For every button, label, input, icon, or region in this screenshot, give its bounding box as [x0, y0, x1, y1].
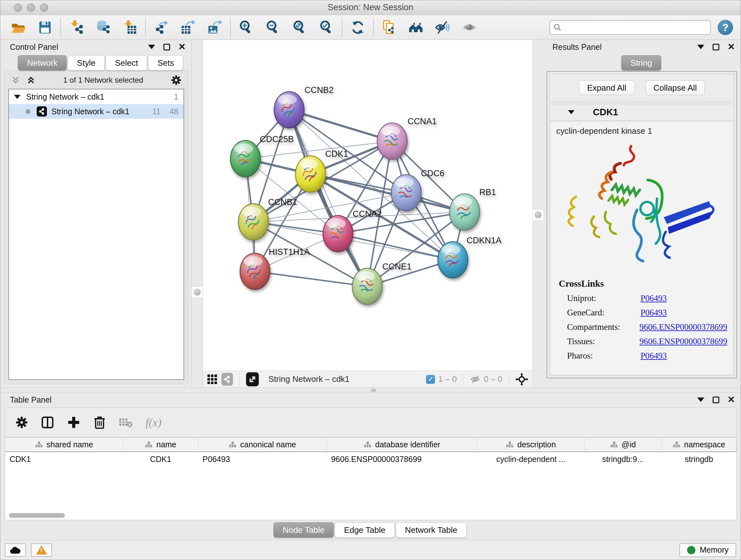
tab-network-table[interactable]: Network Table: [396, 522, 467, 538]
create-column-button[interactable]: [67, 416, 80, 429]
collapse-all-icon[interactable]: [11, 75, 20, 85]
refresh-layout-button[interactable]: [349, 17, 367, 38]
column-header-description[interactable]: description: [477, 438, 584, 452]
network-edge[interactable]: [289, 110, 392, 141]
tab-style[interactable]: Style: [68, 55, 105, 71]
network-edge[interactable]: [338, 234, 453, 260]
panel-float-button[interactable]: [713, 396, 719, 403]
column-header-database-identifier[interactable]: database identifier: [327, 438, 477, 452]
tab-sets[interactable]: Sets: [148, 55, 183, 71]
panel-close-button[interactable]: ✕: [728, 44, 735, 51]
network-node-cdkn1a[interactable]: CDKN1A: [438, 236, 502, 278]
network-edge[interactable]: [289, 110, 367, 287]
expand-all-button[interactable]: Expand All: [579, 80, 635, 95]
expand-all-icon[interactable]: [26, 75, 36, 85]
export-network-button[interactable]: [152, 17, 170, 38]
table-cell[interactable]: stringdb:9...: [584, 452, 662, 466]
gene-section-header[interactable]: CDK1: [549, 104, 734, 121]
export-image-button[interactable]: [206, 17, 224, 38]
zoom-fit-button[interactable]: [291, 17, 309, 38]
tab-string[interactable]: String: [621, 55, 662, 71]
panel-menu-caret-icon[interactable]: [697, 45, 704, 49]
selected-checkbox-icon[interactable]: ✓: [426, 375, 435, 384]
table-cell[interactable]: cyclin-dependent ...: [477, 452, 584, 466]
table-gear-button[interactable]: [15, 416, 28, 429]
table-cell[interactable]: stringdb: [662, 452, 737, 466]
new-network-from-selection-button[interactable]: [380, 17, 398, 38]
crosslink-link[interactable]: 9606.ENSP00000378699: [639, 336, 727, 347]
left-splitter[interactable]: [192, 40, 203, 387]
panel-menu-caret-icon[interactable]: [148, 45, 155, 49]
save-session-button[interactable]: [36, 17, 54, 38]
table-cell[interactable]: CDK1: [5, 452, 123, 466]
import-table-file-button[interactable]: [121, 17, 139, 38]
collapse-all-button[interactable]: Collapse All: [646, 80, 705, 95]
tab-node-table[interactable]: Node Table: [273, 522, 334, 538]
network-node-rb1[interactable]: RB1: [450, 187, 496, 230]
panel-menu-caret-icon[interactable]: [697, 397, 704, 402]
help-button[interactable]: ?: [718, 20, 733, 35]
network-node-hist1h1a[interactable]: HIST1H1A: [240, 247, 310, 290]
cloud-button[interactable]: [5, 543, 26, 557]
column-header-name[interactable]: name: [123, 438, 198, 452]
network-node-cdc25b[interactable]: CDC25B: [230, 134, 294, 177]
network-canvas[interactable]: CCNB2CCNA1CDC25BCDK1CDC6RB1CCNB1CCNA2CDK…: [203, 40, 533, 371]
network-node-ccnb1[interactable]: CCNB1: [239, 197, 297, 240]
open-session-button[interactable]: [9, 17, 27, 38]
detach-view-button[interactable]: [246, 372, 259, 386]
table-cell[interactable]: 9606.ENSP00000378699: [327, 452, 477, 466]
panel-close-button[interactable]: ✕: [179, 44, 186, 51]
network-graph[interactable]: CCNB2CCNA1CDC25BCDK1CDC6RB1CCNB1CCNA2CDK…: [203, 40, 533, 371]
gear-icon[interactable]: [171, 75, 182, 85]
memory-button[interactable]: Memory: [679, 543, 736, 557]
network-edge[interactable]: [255, 271, 367, 287]
warnings-button[interactable]: [31, 543, 52, 557]
panel-float-button[interactable]: [163, 44, 170, 51]
splitter-handle[interactable]: [532, 209, 544, 221]
zoom-selected-button[interactable]: [318, 17, 335, 38]
column-header-@id[interactable]: @id: [584, 438, 662, 452]
show-all-button[interactable]: [461, 17, 478, 38]
first-neighbors-button[interactable]: [407, 17, 425, 38]
right-splitter[interactable]: [533, 40, 543, 387]
gene-caret-icon[interactable]: [568, 110, 575, 114]
tab-network[interactable]: Network: [18, 55, 67, 71]
tab-select[interactable]: Select: [106, 55, 147, 71]
crosslink-link[interactable]: P06493: [641, 294, 667, 303]
collection-caret-icon[interactable]: [14, 95, 20, 99]
panel-close-button[interactable]: ✕: [728, 396, 735, 403]
column-header-canonical-name[interactable]: canonical name: [198, 438, 327, 452]
network-row-selected[interactable]: String Network – cdk1 11 48: [9, 104, 184, 119]
delete-table-button[interactable]: [119, 417, 133, 428]
zoom-out-button[interactable]: [264, 17, 282, 38]
network-view-share-icon[interactable]: [221, 373, 233, 386]
splitter-handle[interactable]: [370, 388, 376, 392]
grid-view-icon[interactable]: [207, 374, 217, 384]
horizontal-splitter[interactable]: [0, 387, 741, 393]
export-table-button[interactable]: [179, 17, 197, 38]
table-cell[interactable]: CDK1: [123, 452, 198, 466]
zoom-in-button[interactable]: [237, 17, 255, 38]
crosslink-link[interactable]: 9606.ENSP00000378699: [639, 322, 727, 332]
network-node-ccna1[interactable]: CCNA1: [377, 117, 437, 159]
panel-float-button[interactable]: [713, 44, 719, 51]
birdseye-icon[interactable]: [515, 373, 528, 386]
network-node-ccne1[interactable]: CCNE1: [352, 262, 412, 305]
show-column-button[interactable]: [41, 416, 54, 429]
delete-column-button[interactable]: [93, 416, 106, 429]
crosslink-link[interactable]: P06493: [641, 308, 667, 318]
import-network-database-button[interactable]: [94, 17, 112, 38]
import-network-file-button[interactable]: [67, 17, 85, 38]
crosslink-link[interactable]: P06493: [641, 351, 667, 361]
horizontal-scrollbar[interactable]: [9, 513, 65, 518]
column-header-namespace[interactable]: namespace: [662, 438, 737, 452]
tab-edge-table[interactable]: Edge Table: [335, 522, 395, 538]
table-cell[interactable]: P06493: [198, 452, 327, 466]
splitter-handle[interactable]: [192, 287, 203, 298]
function-builder-button[interactable]: f(x): [145, 416, 161, 429]
network-collection-row[interactable]: String Network – cdk1 1: [9, 89, 184, 104]
column-header-shared-name[interactable]: shared name: [5, 438, 123, 452]
table-row[interactable]: CDK1CDK1P064939606.ENSP00000378699cyclin…: [5, 452, 737, 466]
hide-selected-button[interactable]: [434, 17, 452, 38]
search-input[interactable]: [549, 20, 711, 35]
